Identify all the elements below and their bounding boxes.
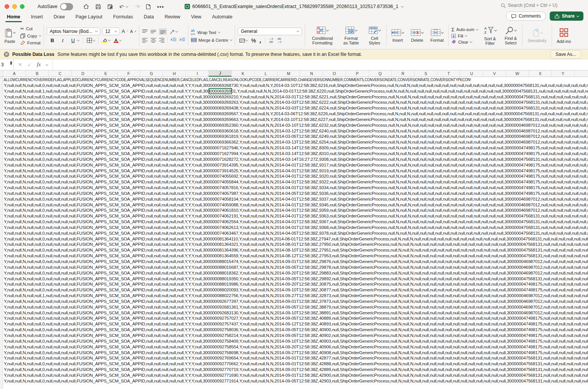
merge-centre-button[interactable]: Merge & Centre: [191, 38, 232, 42]
csv-row[interactable]: Y,null,null,N,null,null,0,null,null,null…: [3, 350, 588, 356]
csv-row[interactable]: Y,null,null,N,null,null,0,null,null,null…: [3, 344, 588, 350]
column-header-J[interactable]: J: [209, 70, 232, 77]
column-header-R[interactable]: R: [392, 70, 415, 77]
title-chevron-icon[interactable]: [401, 5, 404, 7]
number-format-select[interactable]: General: [238, 28, 302, 35]
csv-row[interactable]: Y,null,null,N,null,null,0,null,null,null…: [3, 202, 588, 208]
csv-row[interactable]: Y,null,null,N,null,null,0,null,null,null…: [3, 139, 588, 145]
csv-row[interactable]: Y,null,null,N,null,null,0,null,null,null…: [3, 338, 588, 344]
csv-row[interactable]: Y,null,null,N,null,null,0,null,null,null…: [3, 236, 588, 242]
addins-button[interactable]: Add-ins: [555, 27, 573, 44]
csv-header-row[interactable]: ALLOWCURRENCYOVERRIDEFLAG,APPLIEDCURRENC…: [3, 77, 471, 83]
wrap-text-button[interactable]: abc↵Wrap Text: [191, 29, 232, 36]
csv-row[interactable]: Y,null,null,N,null,null,0,null,null,null…: [3, 94, 588, 100]
comma-style-button[interactable]: ,: [260, 37, 261, 44]
fill-color-button[interactable]: [102, 38, 110, 43]
zoom-window-button[interactable]: [20, 4, 24, 9]
cut-button[interactable]: ✂Cut: [20, 26, 41, 31]
search-field[interactable]: Search (Cmd + Ctrl + U): [501, 3, 557, 8]
csv-row[interactable]: Y,null,null,N,null,null,0,null,null,null…: [3, 367, 588, 373]
column-header-X[interactable]: X: [529, 70, 552, 77]
home-icon[interactable]: [83, 3, 89, 10]
column-header-V[interactable]: V: [483, 70, 506, 77]
csv-row[interactable]: Y,null,null,N,null,null,1,null,null,null…: [3, 88, 588, 94]
decrease-decimal-button[interactable]: .00→0: [277, 38, 281, 44]
csv-row[interactable]: Y,null,null,N,null,null,0,null,null,null…: [3, 168, 588, 174]
name-box[interactable]: 3: [0, 59, 14, 70]
insert-cells-button[interactable]: Insert: [389, 28, 406, 43]
csv-row[interactable]: Y,null,null,N,null,null,0,null,null,null…: [3, 157, 588, 162]
csv-row[interactable]: Y,null,null,N,null,null,0,null,null,null…: [3, 196, 588, 202]
column-header-O[interactable]: O: [323, 70, 346, 77]
csv-row[interactable]: Y,null,null,N,null,null,0,null,null,null…: [3, 105, 588, 111]
tab-page-layout[interactable]: Page Layout: [70, 13, 108, 22]
column-header-A[interactable]: A: [3, 70, 26, 77]
more-commands-icon[interactable]: •••: [157, 3, 164, 10]
column-header-W[interactable]: W: [506, 70, 529, 77]
tab-data[interactable]: Data: [138, 13, 159, 22]
save-as-icon[interactable]: [107, 4, 113, 10]
csv-row[interactable]: Y,null,null,N,null,null,0,null,null,null…: [3, 253, 588, 259]
decrease-indent-button[interactable]: [170, 38, 176, 42]
align-right-button[interactable]: [159, 38, 165, 42]
new-document-icon[interactable]: [146, 4, 151, 10]
formula-input[interactable]: [52, 59, 588, 70]
csv-row[interactable]: Y,null,null,N,null,null,0,null,null,null…: [3, 225, 588, 230]
conditional-formatting-button[interactable]: Conditional Formatting: [308, 26, 337, 46]
format-cells-button[interactable]: Format: [428, 28, 446, 43]
increase-font-button[interactable]: A^: [122, 28, 128, 34]
column-header-U[interactable]: U: [460, 70, 483, 77]
increase-indent-button[interactable]: [179, 38, 185, 42]
csv-row[interactable]: Y,null,null,N,null,null,0,null,null,null…: [3, 361, 588, 367]
tab-home[interactable]: Home: [2, 13, 26, 22]
find-select-button[interactable]: Find & Select: [502, 26, 519, 46]
accounting-format-button[interactable]: 123: [239, 38, 248, 43]
minimize-window-button[interactable]: [12, 4, 17, 9]
csv-row[interactable]: Y,null,null,N,null,null,0,null,null,null…: [3, 230, 588, 236]
csv-row[interactable]: Y,null,null,N,null,null,0,null,null,null…: [3, 299, 588, 304]
csv-row[interactable]: Y,null,null,N,null,null,0,null,null,null…: [3, 355, 588, 361]
align-bottom-button[interactable]: [159, 28, 167, 35]
italic-button[interactable]: I: [59, 38, 66, 44]
orientation-button[interactable]: [170, 29, 178, 34]
decrease-font-button[interactable]: Av: [130, 29, 136, 34]
csv-row[interactable]: Y,null,null,N,null,null,0,null,null,null…: [3, 83, 588, 88]
cell-styles-button[interactable]: Cell Styles: [365, 26, 384, 46]
align-center-button[interactable]: [150, 38, 156, 42]
csv-row[interactable]: Y,null,null,N,null,null,0,null,null,null…: [3, 173, 588, 179]
csv-row[interactable]: Y,null,null,N,null,null,0,null,null,null…: [3, 191, 588, 196]
csv-row[interactable]: Y,null,null,N,null,null,0,null,null,null…: [3, 373, 588, 378]
csv-row[interactable]: Y,null,null,N,null,null,0,null,null,null…: [3, 123, 588, 128]
csv-row[interactable]: Y,null,null,N,null,null,0,null,null,null…: [3, 304, 588, 310]
cancel-entry-icon[interactable]: ×: [18, 61, 22, 68]
tab-automate[interactable]: Automate: [207, 13, 238, 22]
insert-function-icon[interactable]: fx: [37, 62, 41, 68]
column-header-T[interactable]: T: [438, 70, 461, 77]
csv-row[interactable]: Y,null,null,N,null,null,0,null,null,null…: [3, 276, 588, 282]
tab-formulas[interactable]: Formulas: [108, 13, 138, 22]
csv-row[interactable]: Y,null,null,N,null,null,0,null,null,null…: [3, 242, 588, 247]
share-button[interactable]: Share: [550, 11, 583, 21]
document-title[interactable]: 6066601_S_ExtractExample_salesOrdersExtr…: [192, 4, 398, 9]
csv-row[interactable]: Y,null,null,N,null,null,0,null,null,null…: [3, 287, 588, 293]
column-header-F[interactable]: F: [118, 70, 140, 77]
bold-button[interactable]: B: [49, 38, 56, 43]
column-header-H[interactable]: H: [163, 70, 186, 77]
csv-row[interactable]: Y,null,null,N,null,null,0,null,null,null…: [3, 247, 588, 253]
csv-row[interactable]: Y,null,null,N,null,null,0,null,null,null…: [3, 213, 588, 219]
csv-row[interactable]: Y,null,null,N,null,null,0,null,null,null…: [3, 111, 588, 117]
save-icon[interactable]: [95, 4, 101, 10]
csv-row[interactable]: Y,null,null,N,null,null,0,null,null,null…: [3, 117, 588, 123]
comments-button[interactable]: Comments: [506, 11, 546, 21]
align-middle-button[interactable]: [150, 29, 156, 34]
column-header-G[interactable]: G: [140, 70, 163, 77]
csv-row[interactable]: Y,null,null,N,null,null,1,null,null,null…: [3, 293, 588, 299]
font-name-select[interactable]: Aptos Narrow (Bod...: [47, 28, 100, 35]
sort-filter-button[interactable]: AZ Sort & Filter: [481, 25, 499, 46]
csv-row[interactable]: Y,null,null,N,null,null,0,null,null,null…: [3, 151, 588, 157]
column-header-B[interactable]: B: [26, 70, 49, 77]
csv-row[interactable]: Y,null,null,N,null,null,0,null,null,null…: [3, 270, 588, 276]
copy-button[interactable]: Copy: [20, 33, 41, 38]
csv-row[interactable]: Y,null,null,N,null,null,0,null,null,null…: [3, 128, 588, 134]
csv-row[interactable]: Y,null,null,N,null,null,0,null,null,null…: [3, 265, 588, 270]
